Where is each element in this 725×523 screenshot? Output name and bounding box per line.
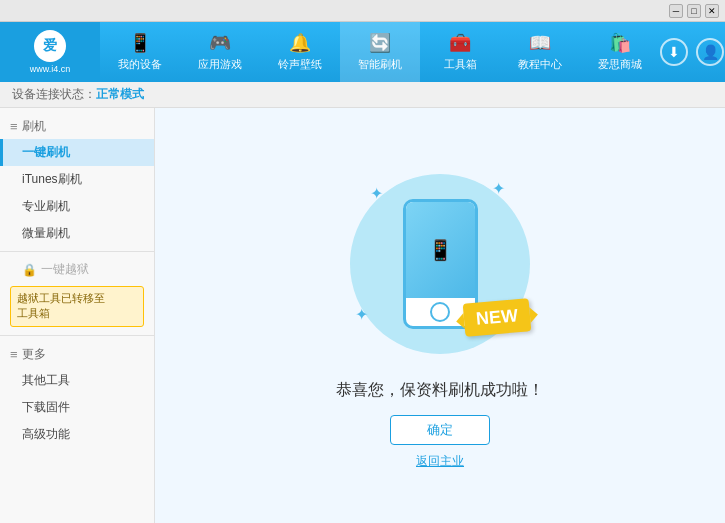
sidebar-item-pro-flash[interactable]: 专业刷机	[0, 193, 154, 220]
nav-right-buttons: ⬇ 👤	[660, 38, 725, 66]
new-badge: NEW	[463, 298, 532, 337]
sidebar-item-itunes[interactable]: iTunes刷机	[0, 166, 154, 193]
flash-section-title: ≡ 刷机	[0, 112, 154, 139]
sidebar-one-click-label: 一键刷机	[22, 145, 70, 159]
logo-subtitle: www.i4.cn	[30, 64, 71, 74]
nav-apps[interactable]: 🎮 应用游戏	[180, 22, 260, 82]
user-button[interactable]: 👤	[696, 38, 724, 66]
flash-section-icon: ≡	[10, 119, 18, 134]
apps-icon: 🎮	[209, 32, 231, 54]
back-link[interactable]: 返回主业	[416, 453, 464, 470]
sidebar-item-download-fw[interactable]: 下载固件	[0, 394, 154, 421]
nav-items: 📱 我的设备 🎮 应用游戏 🔔 铃声壁纸 🔄 智能刷机 🧰 工具箱 📖 教程中心…	[100, 22, 660, 82]
sidebar: ≡ 刷机 一键刷机 iTunes刷机 专业刷机 微量刷机 🔒 一键越狱 越狱工具…	[0, 108, 155, 523]
sidebar-item-other-tools[interactable]: 其他工具	[0, 367, 154, 394]
more-section-label: 更多	[22, 346, 46, 363]
my-device-icon: 📱	[129, 32, 151, 54]
top-nav: 爱 www.i4.cn 📱 我的设备 🎮 应用游戏 🔔 铃声壁纸 🔄 智能刷机 …	[0, 22, 725, 82]
sidebar-item-one-click[interactable]: 一键刷机	[0, 139, 154, 166]
nav-apps-label: 应用游戏	[198, 57, 242, 72]
tutorials-icon: 📖	[529, 32, 551, 54]
nav-toolbox-label: 工具箱	[444, 57, 477, 72]
lock-icon: 🔒	[22, 263, 37, 277]
advanced-label: 高级功能	[22, 427, 70, 441]
nav-shop[interactable]: 🛍️ 爱思商城	[580, 22, 660, 82]
confirm-button[interactable]: 确定	[390, 415, 490, 445]
sidebar-grayed-jailbreak: 🔒 一键越狱	[0, 256, 154, 282]
more-section-title: ≡ 更多	[0, 340, 154, 367]
phone-home-button	[430, 302, 450, 322]
flash-section-label: 刷机	[22, 118, 46, 135]
shop-icon: 🛍️	[609, 32, 631, 54]
sidebar-micro-flash-label: 微量刷机	[22, 226, 70, 240]
sidebar-pro-flash-label: 专业刷机	[22, 199, 70, 213]
nav-tutorials-label: 教程中心	[518, 57, 562, 72]
success-text: 恭喜您，保资料刷机成功啦！	[336, 380, 544, 401]
jailbreak-label: 一键越狱	[41, 261, 89, 278]
nav-smart-flash[interactable]: 🔄 智能刷机	[340, 22, 420, 82]
nav-my-device-label: 我的设备	[118, 57, 162, 72]
status-label: 设备连接状态：	[12, 86, 96, 103]
nav-my-device[interactable]: 📱 我的设备	[100, 22, 180, 82]
sidebar-notice: 越狱工具已转移至工具箱	[10, 286, 144, 327]
other-tools-label: 其他工具	[22, 373, 70, 387]
more-section-icon: ≡	[10, 347, 18, 362]
download-button[interactable]: ⬇	[660, 38, 688, 66]
phone-screen: 📱	[406, 202, 475, 298]
nav-ringtone[interactable]: 🔔 铃声壁纸	[260, 22, 340, 82]
status-bar: 设备连接状态： 正常模式	[0, 82, 725, 108]
sidebar-divider-2	[0, 335, 154, 336]
sparkle-2: ✦	[492, 179, 505, 198]
sparkle-3: ✦	[355, 305, 368, 324]
toolbox-icon: 🧰	[449, 32, 471, 54]
sidebar-item-micro-flash[interactable]: 微量刷机	[0, 220, 154, 247]
nav-ringtone-label: 铃声壁纸	[278, 57, 322, 72]
sidebar-itunes-label: iTunes刷机	[22, 172, 82, 186]
center-area: ✦ ✦ ✦ 📱 NEW 恭喜您，保资料刷机成功啦！ 确定 返回主业	[155, 108, 725, 523]
sidebar-item-advanced[interactable]: 高级功能	[0, 421, 154, 448]
nav-shop-label: 爱思商城	[598, 57, 642, 72]
sparkle-1: ✦	[370, 184, 383, 203]
smart-flash-icon: 🔄	[369, 32, 391, 54]
ringtone-icon: 🔔	[289, 32, 311, 54]
nav-tutorials[interactable]: 📖 教程中心	[500, 22, 580, 82]
status-value: 正常模式	[96, 86, 144, 103]
nav-smart-flash-label: 智能刷机	[358, 57, 402, 72]
close-button[interactable]: ✕	[705, 4, 719, 18]
nav-toolbox[interactable]: 🧰 工具箱	[420, 22, 500, 82]
title-bar: ─ □ ✕	[0, 0, 725, 22]
logo: 爱 www.i4.cn	[0, 22, 100, 82]
phone-illustration: ✦ ✦ ✦ 📱 NEW	[340, 164, 540, 364]
minimize-button[interactable]: ─	[669, 4, 683, 18]
download-fw-label: 下载固件	[22, 400, 70, 414]
maximize-button[interactable]: □	[687, 4, 701, 18]
sidebar-divider-1	[0, 251, 154, 252]
main-content: ≡ 刷机 一键刷机 iTunes刷机 专业刷机 微量刷机 🔒 一键越狱 越狱工具…	[0, 108, 725, 523]
logo-icon: 爱	[34, 30, 66, 62]
